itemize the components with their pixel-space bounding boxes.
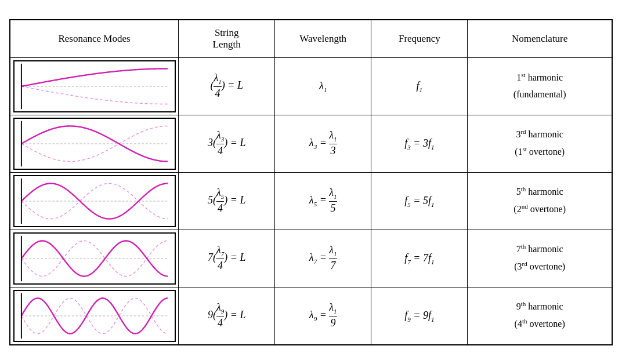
table-row: 9(λ94) = L λ9 = λ19 f9 = 9f1 9th harmoni… bbox=[10, 287, 612, 345]
table-wrapper: Resonance Modes StringLength Wavelength … bbox=[9, 19, 613, 345]
header-wavelength: Wavelength bbox=[275, 20, 371, 58]
table-row: 3(λ34) = L λ3 = λ13 f3 = 3f1 3rd harmoni… bbox=[10, 115, 612, 172]
wave-diagram-1 bbox=[10, 57, 179, 115]
frequency-5: f5 = 5f1 bbox=[371, 172, 468, 230]
wavelength-5: λ5 = λ15 bbox=[275, 172, 371, 230]
table-row: 5(λ54) = L λ5 = λ15 f5 = 5f1 5th harmoni… bbox=[10, 172, 612, 230]
header-nomenclature: Nomenclature bbox=[468, 20, 612, 58]
wavelength-9: λ9 = λ19 bbox=[275, 287, 371, 345]
wave-diagram-7 bbox=[10, 230, 179, 287]
table-row: (λ14) = L λ1 f1 1st harmonic(fundamental… bbox=[10, 57, 612, 115]
wavelength-3: λ3 = λ13 bbox=[275, 115, 371, 172]
wavelength-1: λ1 bbox=[275, 57, 371, 115]
frequency-7: f7 = 7f1 bbox=[371, 230, 468, 287]
header-length: StringLength bbox=[179, 20, 275, 58]
wave-svg-container-1 bbox=[13, 60, 176, 112]
frequency-1: f1 bbox=[371, 57, 468, 115]
nomenclature-9: 9th harmonic(4th overtone) bbox=[468, 287, 612, 345]
wave-svg-container-3 bbox=[13, 118, 176, 170]
wave-svg-container-9 bbox=[13, 290, 176, 342]
wave-diagram-5 bbox=[10, 172, 179, 230]
string-length-3: 3(λ34) = L bbox=[179, 115, 275, 172]
frequency-3: f3 = 3f1 bbox=[371, 115, 468, 172]
nomenclature-5: 5th harmonic(2nd overtone) bbox=[468, 172, 612, 230]
nomenclature-7: 7th harmonic(3rd overtone) bbox=[468, 230, 612, 287]
string-length-5: 5(λ54) = L bbox=[179, 172, 275, 230]
harmonics-table: Resonance Modes StringLength Wavelength … bbox=[9, 19, 613, 345]
string-length-7: 7(λ74) = L bbox=[179, 230, 275, 287]
table-row: 7(λ74) = L λ7 = λ17 f7 = 7f1 7th harmoni… bbox=[10, 230, 612, 287]
nomenclature-3: 3rd harmonic(1st overtone) bbox=[468, 115, 612, 172]
header-frequency: Frequency bbox=[371, 20, 468, 58]
frequency-9: f9 = 9f1 bbox=[371, 287, 468, 345]
wave-diagram-9 bbox=[10, 287, 179, 345]
wave-diagram-3 bbox=[10, 115, 179, 172]
string-length-9: 9(λ94) = L bbox=[179, 287, 275, 345]
header-modes: Resonance Modes bbox=[10, 20, 179, 58]
nomenclature-1: 1st harmonic(fundamental) bbox=[468, 57, 612, 115]
wavelength-7: λ7 = λ17 bbox=[275, 230, 371, 287]
wave-svg-container-7 bbox=[13, 232, 176, 285]
wave-svg-container-5 bbox=[13, 175, 176, 227]
string-length-1: (λ14) = L bbox=[179, 57, 275, 115]
